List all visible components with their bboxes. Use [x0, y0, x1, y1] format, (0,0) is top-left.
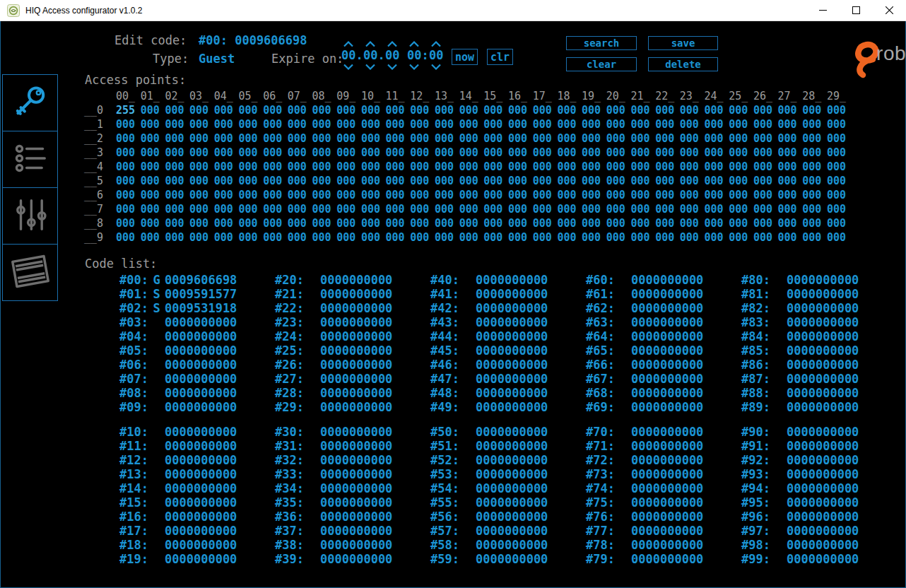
code-list-entry[interactable]: #94:0000000000	[741, 481, 897, 495]
access-cell[interactable]: 000	[361, 160, 386, 173]
access-cell[interactable]: 000	[386, 175, 411, 187]
code-list-entry[interactable]: #33:0000000000	[275, 467, 430, 481]
spin-down-icon[interactable]	[387, 63, 398, 70]
access-cell[interactable]: 000	[263, 160, 288, 173]
access-cell[interactable]: 000	[705, 104, 729, 117]
access-cell[interactable]: 000	[483, 118, 508, 131]
code-list-entry[interactable]: #06:0000000000	[119, 358, 275, 372]
access-cell[interactable]: 000	[483, 132, 508, 145]
code-list-entry[interactable]: #75:0000000000	[586, 495, 741, 510]
access-cell[interactable]: 000	[214, 175, 239, 187]
access-cell[interactable]: 000	[336, 175, 361, 187]
access-cell[interactable]: 000	[116, 146, 141, 159]
spin-down-icon[interactable]	[408, 63, 420, 70]
access-cell[interactable]: 000	[116, 175, 141, 187]
access-cell[interactable]: 000	[288, 118, 312, 131]
access-cell[interactable]: 000	[214, 146, 239, 159]
access-cell[interactable]: 000	[263, 231, 288, 244]
access-cell[interactable]: 000	[288, 189, 312, 201]
access-cell[interactable]: 000	[410, 189, 435, 201]
code-list-entry[interactable]: #17:0000000000	[119, 524, 275, 538]
access-cell[interactable]: 000	[802, 189, 827, 201]
access-cell[interactable]: 000	[116, 118, 141, 131]
access-cell[interactable]: 000	[116, 203, 141, 216]
access-cell[interactable]: 000	[238, 160, 263, 173]
access-cell[interactable]: 000	[753, 217, 778, 230]
code-list-entry[interactable]: #35:0000000000	[275, 495, 430, 510]
access-cell[interactable]: 000	[582, 217, 606, 230]
access-cell[interactable]: 000	[336, 146, 361, 159]
spin-up-icon[interactable]	[430, 40, 442, 47]
access-cell[interactable]: 000	[705, 231, 729, 244]
access-cell[interactable]: 000	[606, 231, 631, 244]
access-cell[interactable]: 000	[263, 118, 288, 131]
access-cell[interactable]: 000	[189, 132, 214, 145]
code-list-entry[interactable]: #55:0000000000	[430, 495, 586, 510]
access-cell[interactable]: 000	[189, 203, 214, 216]
access-cell[interactable]: 000	[214, 160, 239, 173]
access-cell[interactable]: 000	[189, 175, 214, 187]
access-cell[interactable]: 000	[778, 146, 803, 159]
access-cell[interactable]: 000	[705, 189, 729, 201]
access-cell[interactable]: 000	[753, 203, 778, 216]
code-list-entry[interactable]: #26:0000000000	[275, 358, 430, 372]
code-list-entry[interactable]: #59:0000000000	[430, 552, 586, 566]
access-cell[interactable]: 000	[827, 203, 852, 216]
access-cell[interactable]: 000	[557, 132, 582, 145]
access-cell[interactable]: 000	[606, 189, 631, 201]
save-button[interactable]: save	[648, 36, 718, 50]
code-list-entry[interactable]: #30:0000000000	[275, 425, 430, 439]
access-cell[interactable]: 000	[827, 189, 852, 201]
code-list-entry[interactable]: #77:0000000000	[586, 524, 741, 538]
access-cell[interactable]: 000	[165, 203, 189, 216]
access-cell[interactable]: 000	[827, 217, 852, 230]
code-list-entry[interactable]: #51:0000000000	[430, 439, 586, 453]
access-cell[interactable]: 000	[214, 231, 239, 244]
code-list-entry[interactable]: #25:0000000000	[275, 343, 430, 358]
access-cell[interactable]: 000	[802, 175, 827, 187]
spin-down-icon[interactable]	[343, 63, 354, 70]
access-cell[interactable]: 000	[582, 146, 606, 159]
access-cell[interactable]: 000	[214, 118, 239, 131]
access-cell[interactable]: 000	[729, 104, 753, 117]
expire-segment[interactable]: 00	[385, 48, 399, 62]
code-list-entry[interactable]: #42:0000000000	[430, 301, 586, 315]
access-cell[interactable]: 000	[753, 132, 778, 145]
access-cell[interactable]: 000	[483, 231, 508, 244]
access-cell[interactable]: 000	[141, 146, 165, 159]
access-cell[interactable]: 000	[263, 203, 288, 216]
code-list-entry[interactable]: #00:G0009606698	[119, 273, 275, 287]
access-cell[interactable]: 000	[557, 146, 582, 159]
code-list-entry[interactable]: #62:0000000000	[586, 301, 741, 315]
access-cell[interactable]: 000	[630, 146, 655, 159]
spin-up-icon[interactable]	[408, 40, 420, 47]
access-cell[interactable]: 000	[116, 132, 141, 145]
access-cell[interactable]: 000	[655, 189, 680, 201]
code-list-entry[interactable]: #76:0000000000	[586, 510, 741, 524]
access-cell[interactable]: 000	[533, 189, 558, 201]
access-cell[interactable]: 000	[116, 160, 141, 173]
code-list-entry[interactable]: #05:0000000000	[119, 343, 275, 358]
code-list-entry[interactable]: #47:0000000000	[430, 372, 586, 386]
access-cell[interactable]: 000	[165, 217, 189, 230]
access-cell[interactable]: 000	[729, 160, 753, 173]
access-cell[interactable]: 000	[557, 104, 582, 117]
access-cell[interactable]: 000	[753, 118, 778, 131]
code-list-entry[interactable]: #83:0000000000	[741, 315, 897, 329]
code-list-entry[interactable]: #43:0000000000	[430, 315, 586, 329]
access-cell[interactable]: 000	[238, 175, 263, 187]
access-cell[interactable]: 000	[630, 189, 655, 201]
code-list-entry[interactable]: #95:0000000000	[741, 495, 897, 510]
access-cell[interactable]: 000	[116, 189, 141, 201]
access-cell[interactable]: 000	[386, 146, 411, 159]
access-cell[interactable]: 000	[630, 217, 655, 230]
access-cell[interactable]: 000	[189, 146, 214, 159]
code-list-entry[interactable]: #97:0000000000	[741, 524, 897, 538]
code-list-entry[interactable]: #31:0000000000	[275, 439, 430, 453]
access-cell[interactable]: 000	[802, 132, 827, 145]
access-cell[interactable]: 000	[483, 146, 508, 159]
spin-up-icon[interactable]	[365, 40, 376, 47]
code-list-entry[interactable]: #10:0000000000	[119, 425, 275, 439]
access-cell[interactable]: 000	[508, 132, 533, 145]
code-list-entry[interactable]: #50:0000000000	[430, 425, 586, 439]
